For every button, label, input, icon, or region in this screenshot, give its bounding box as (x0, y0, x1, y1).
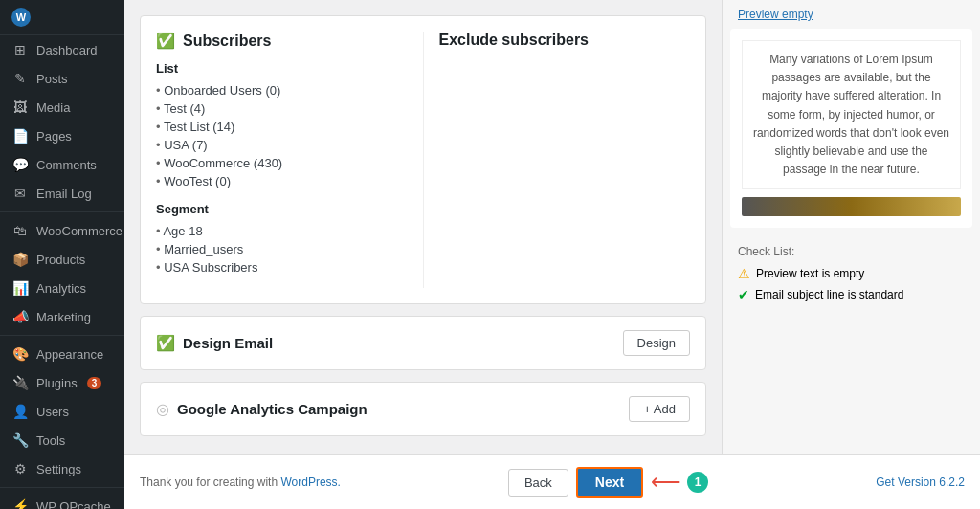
add-button[interactable]: + Add (629, 396, 690, 422)
plugins-badge: 3 (87, 377, 102, 389)
list-item: USA Subscribers (156, 258, 408, 277)
next-button[interactable]: Next (576, 467, 643, 498)
wp-opcache-icon: ⚡ (11, 498, 29, 509)
arrow-icon: ⟵ (651, 470, 681, 495)
segment-section-label: Segment (156, 202, 408, 216)
ga-circle-icon: ◎ (156, 400, 169, 418)
list-item: WooCommerce (430) (156, 154, 408, 172)
design-button[interactable]: Design (623, 330, 690, 356)
content-area: ✅ Subscribers List Onboarded Users (0) T… (124, 0, 980, 454)
checklist-ok-text: Email subject line is standard (755, 288, 903, 301)
badge-number: 1 (687, 472, 708, 493)
list-item: Test (4) (156, 100, 408, 118)
google-analytics-title: Google Analytics Campaign (177, 401, 368, 417)
marketing-icon: 📣 (11, 309, 29, 324)
segment-list: Age 18 Married_users USA Subscribers (156, 222, 408, 277)
nav-buttons: Back Next ⟵ 1 (508, 467, 708, 498)
design-email-check-icon: ✅ (156, 334, 175, 352)
checklist-label: Check List: (738, 245, 965, 258)
right-panel: Preview empty Many variations of Lorem I… (722, 0, 980, 454)
google-analytics-card: ◎ Google Analytics Campaign + Add (140, 382, 706, 436)
sidebar-item-label: Comments (36, 158, 97, 172)
sidebar-item-label: Marketing (36, 310, 91, 324)
sidebar-item-users[interactable]: 👤 Users (0, 397, 124, 426)
media-icon: 🖼 (11, 100, 29, 115)
design-email-card: ✅ Design Email Design (140, 316, 706, 370)
sidebar-item-label: Analytics (36, 281, 86, 296)
sidebar-item-label: Dashboard (36, 43, 98, 57)
subscribers-left-col: ✅ Subscribers List Onboarded Users (0) T… (156, 32, 424, 288)
sidebar-item-pages[interactable]: 📄 Pages (0, 122, 124, 150)
list-item: WooTest (0) (156, 172, 408, 190)
sidebar-divider-2 (0, 335, 124, 336)
subscribers-list: Onboarded Users (0) Test (4) Test List (… (156, 81, 408, 190)
sidebar-item-appearance[interactable]: 🎨 Appearance (0, 340, 124, 368)
sidebar-item-email-log[interactable]: ✉ Email Log (0, 179, 124, 208)
arrow-badge: ⟵ 1 (651, 470, 708, 495)
subscribers-header: ✅ Subscribers (156, 32, 408, 50)
sidebar-item-label: Plugins (36, 376, 78, 390)
sidebar-item-media[interactable]: 🖼 Media (0, 93, 124, 122)
sidebar-item-woocommerce[interactable]: 🛍 WooCommerce (0, 216, 124, 245)
sidebar-item-label: Appearance (36, 347, 103, 362)
tools-icon: 🔧 (11, 432, 29, 448)
plugins-icon: 🔌 (11, 375, 29, 390)
design-email-title: Design Email (183, 335, 273, 351)
preview-empty-button[interactable]: Preview empty (723, 0, 980, 21)
sidebar-item-tools[interactable]: 🔧 Tools (0, 426, 124, 454)
subscribers-columns: ✅ Subscribers List Onboarded Users (0) T… (156, 32, 690, 288)
sidebar-item-label: Settings (36, 462, 81, 476)
list-item: Test List (14) (156, 118, 408, 136)
version-label[interactable]: Get Version 6.2.2 (876, 476, 965, 489)
sidebar-item-comments[interactable]: 💬 Comments (0, 150, 124, 179)
pages-icon: 📄 (11, 128, 29, 144)
sidebar-item-analytics[interactable]: 📊 Analytics (0, 274, 124, 302)
ok-icon: ✔ (738, 287, 749, 302)
sidebar-item-label: Users (36, 405, 69, 419)
checklist-item-warn: ⚠ Preview text is empty (738, 266, 965, 281)
sidebar-item-label: Posts (36, 72, 68, 86)
sidebar-item-marketing[interactable]: 📣 Marketing (0, 302, 124, 331)
checklist-item-ok: ✔ Email subject line is standard (738, 287, 965, 302)
checklist-section: Check List: ⚠ Preview text is empty ✔ Em… (723, 235, 980, 318)
list-section-label: List (156, 61, 408, 76)
sidebar-item-posts[interactable]: ✎ Posts (0, 64, 124, 93)
wp-logo-icon: W (11, 8, 31, 27)
sidebar-item-label: Products (36, 253, 85, 267)
sidebar-item-label: Media (36, 100, 70, 115)
products-icon: 📦 (11, 252, 29, 267)
sidebar-item-plugins[interactable]: 🔌 Plugins 3 (0, 368, 124, 397)
subscribers-check-icon: ✅ (156, 32, 175, 50)
sidebar-item-label: Email Log (36, 187, 92, 201)
sidebar-item-label: Tools (36, 433, 65, 448)
list-item: Married_users (156, 240, 408, 258)
preview-text: Many variations of Lorem Ipsum passages … (742, 40, 961, 189)
woocommerce-icon: 🛍 (11, 223, 29, 238)
sidebar-item-settings[interactable]: ⚙ Settings (0, 454, 124, 483)
sidebar: W ⊞ Dashboard ✎ Posts 🖼 Media 📄 Pages 💬 … (0, 0, 124, 509)
subscribers-title: Subscribers (183, 33, 271, 50)
sidebar-item-label: WP OPcache (36, 499, 111, 510)
email-log-icon: ✉ (11, 186, 29, 201)
sidebar-item-products[interactable]: 📦 Products (0, 245, 124, 274)
back-button[interactable]: Back (508, 469, 568, 497)
sidebar-item-dashboard[interactable]: ⊞ Dashboard (0, 35, 124, 64)
footer-text: Thank you for creating with WordPress. (140, 476, 341, 489)
comments-icon: 💬 (11, 157, 29, 172)
wordpress-link[interactable]: WordPress. (280, 476, 340, 489)
sidebar-item-label: WooCommerce (36, 224, 122, 238)
list-item: USA (7) (156, 136, 408, 154)
users-icon: 👤 (11, 404, 29, 419)
posts-icon: ✎ (11, 71, 29, 86)
exclude-col: Exclude subscribers (424, 32, 691, 288)
settings-icon: ⚙ (11, 461, 29, 476)
preview-area: Many variations of Lorem Ipsum passages … (730, 29, 972, 228)
list-item: Onboarded Users (0) (156, 81, 408, 100)
preview-image-bar (742, 197, 961, 216)
sidebar-item-label: Pages (36, 129, 72, 144)
dashboard-icon: ⊞ (11, 42, 29, 57)
design-email-left: ✅ Design Email (156, 334, 273, 352)
sidebar-logo[interactable]: W (0, 0, 124, 35)
sidebar-divider-3 (0, 487, 124, 488)
sidebar-item-wp-opcache[interactable]: ⚡ WP OPcache (0, 492, 124, 509)
